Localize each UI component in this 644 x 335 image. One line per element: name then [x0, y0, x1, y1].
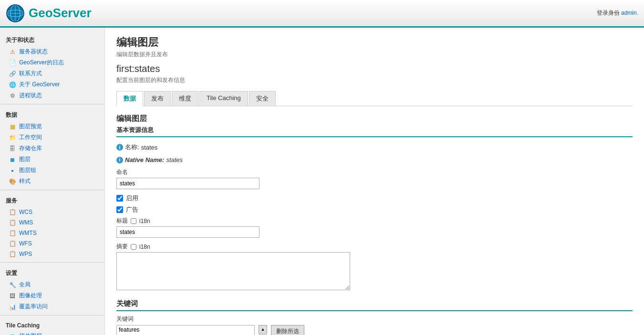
link-icon: 🔗	[9, 70, 16, 78]
sidebar-label-geoserver-log: GeoServer的日志	[19, 59, 64, 67]
keywords-section-title: 关键词	[116, 299, 633, 311]
title-i18n-checkbox[interactable]	[131, 218, 136, 224]
advertised-label: 广告	[126, 205, 138, 214]
tab-tile-caching[interactable]: Tile Caching	[199, 91, 248, 106]
sidebar-section-tile-caching: Tile Caching	[0, 318, 104, 331]
edit-section-title: 编辑图层	[116, 114, 633, 124]
sidebar-label-workspace: 工作空间	[19, 133, 42, 142]
sidebar-label-image-process: 图像处理	[19, 292, 42, 300]
warning-icon: ⚠	[9, 48, 16, 56]
sidebar-label-layer-preview: 图层预览	[19, 122, 42, 131]
keywords-scroll-buttons: ▲ ▼	[259, 325, 267, 335]
enabled-checkbox-row: 启用	[116, 194, 633, 203]
keywords-scroll-up[interactable]: ▲	[259, 325, 267, 334]
enabled-label: 启用	[126, 194, 138, 203]
logo-area[interactable]: GeoServer	[6, 4, 92, 23]
alias-input[interactable]	[116, 178, 260, 189]
globe-small-icon: 🌐	[9, 81, 16, 89]
sidebar-label-wmts: WMTS	[19, 230, 37, 236]
wcs-icon: 📋	[9, 208, 16, 216]
remove-selected-button[interactable]: 删除所选	[271, 325, 304, 335]
native-name-field-row: i Native Name: states	[116, 156, 633, 163]
sidebar-label-wms: WMS	[19, 219, 33, 226]
keywords-label: 关键词	[116, 315, 633, 323]
wmts-icon: 📋	[9, 229, 16, 237]
sidebar-item-contact[interactable]: 🔗 联系方式	[0, 68, 104, 79]
main-layout: 关于和状态 ⚠ 服务器状态 📄 GeoServer的日志 🔗 联系方式 🌐 关于…	[0, 28, 644, 335]
db-icon: 🗄	[9, 145, 16, 152]
sidebar-item-wms[interactable]: 📋 WMS	[0, 217, 104, 228]
sidebar-section-data: 数据	[0, 107, 104, 121]
abstract-field-row: 摘要 i18n	[116, 243, 633, 292]
tile-layers-icon: ⊞	[9, 333, 16, 335]
page-subtitle: 编辑层数据并且发布	[116, 51, 633, 59]
user-name-link[interactable]: admin.	[621, 10, 638, 16]
enabled-checkbox[interactable]	[116, 195, 123, 202]
sidebar-item-workspace[interactable]: 📁 工作空间	[0, 132, 104, 143]
keywords-area: features states ▲ ▼ 删除所选	[116, 325, 633, 335]
sidebar-item-image-process[interactable]: 🖼 图像处理	[0, 290, 104, 301]
tab-dimensions[interactable]: 维度	[172, 91, 198, 106]
name-value: states	[141, 144, 158, 151]
global-icon: 🔧	[9, 281, 16, 289]
sidebar-label-coverage-access: 覆盖率访问	[19, 303, 48, 311]
app-header: GeoServer 登录身份 admin.	[0, 0, 644, 28]
sidebar-label-layers: 图层	[19, 155, 31, 163]
sidebar-label-wps: WPS	[19, 251, 32, 257]
keyword-features[interactable]: features	[117, 325, 254, 334]
gear-icon: ⚙	[9, 92, 16, 100]
sidebar: 关于和状态 ⚠ 服务器状态 📄 GeoServer的日志 🔗 联系方式 🌐 关于…	[0, 28, 105, 335]
app-name: GeoServer	[29, 6, 92, 20]
coverage-icon: 📊	[9, 303, 16, 311]
abstract-label-row: 摘要 i18n	[116, 243, 633, 251]
sidebar-section-about: 关于和状态	[0, 32, 104, 46]
sidebar-item-wfs[interactable]: 📋 WFS	[0, 238, 104, 249]
sidebar-section-settings: 设置	[0, 265, 104, 279]
sidebar-label-about: 关于 GeoServer	[19, 81, 60, 89]
style-icon: 🎨	[9, 178, 16, 185]
sidebar-label-tile-layers: 切片图层	[19, 332, 42, 335]
sidebar-item-styles[interactable]: 🎨 样式	[0, 176, 104, 187]
native-name-value: states	[166, 156, 183, 163]
wms-icon: 📋	[9, 219, 16, 226]
tab-security[interactable]: 安全	[249, 91, 276, 106]
advertised-checkbox[interactable]	[116, 206, 123, 213]
sidebar-label-styles: 样式	[19, 177, 31, 185]
abstract-i18n-label: i18n	[139, 244, 150, 250]
keywords-listbox[interactable]: features states	[116, 325, 255, 335]
sidebar-item-tile-layers[interactable]: ⊞ 切片图层	[0, 331, 104, 335]
sidebar-label-contact: 联系方式	[19, 70, 42, 78]
sidebar-item-wcs[interactable]: 📋 WCS	[0, 207, 104, 217]
advertised-checkbox-row: 广告	[116, 205, 633, 214]
sidebar-item-server-status[interactable]: ⚠ 服务器状态	[0, 46, 104, 57]
sidebar-item-wmts[interactable]: 📋 WMTS	[0, 228, 104, 238]
layer-icon: ◼	[9, 156, 16, 163]
abstract-textarea[interactable]	[116, 252, 350, 290]
sidebar-item-coverage-access[interactable]: 📊 覆盖率访问	[0, 301, 104, 312]
group-icon: ▪	[9, 167, 16, 174]
tab-data[interactable]: 数据	[116, 91, 143, 106]
logo-globe-icon	[6, 4, 25, 23]
user-info: 登录身份 admin.	[597, 9, 638, 17]
sidebar-item-store[interactable]: 🗄 存储仓库	[0, 143, 104, 154]
basic-info-title: 基本资源信息	[116, 126, 633, 137]
native-name-info: i Native Name: states	[116, 156, 633, 163]
tab-publish[interactable]: 发布	[144, 91, 171, 106]
sidebar-item-process-status[interactable]: ⚙ 进程状态	[0, 90, 104, 101]
name-info: i 名称: states	[116, 143, 633, 152]
title-input[interactable]	[116, 226, 260, 238]
image-process-icon: 🖼	[9, 292, 16, 300]
sidebar-item-layer-preview[interactable]: ▦ 图层预览	[0, 121, 104, 132]
abstract-i18n-checkbox[interactable]	[131, 244, 136, 250]
sidebar-item-global[interactable]: 🔧 全局	[0, 279, 104, 290]
sidebar-label-store: 存储仓库	[19, 144, 42, 152]
sidebar-item-wps[interactable]: 📋 WPS	[0, 249, 104, 259]
sidebar-label-global: 全局	[19, 281, 31, 289]
sidebar-item-geoserver-log[interactable]: 📄 GeoServer的日志	[0, 57, 104, 68]
name-field-row: i 名称: states	[116, 143, 633, 152]
main-content: 编辑图层 编辑层数据并且发布 first:states 配置当前图层的和发布信息…	[105, 28, 644, 335]
sidebar-item-layer-group[interactable]: ▪ 图层组	[0, 165, 104, 176]
sidebar-item-about[interactable]: 🌐 关于 GeoServer	[0, 79, 104, 90]
sidebar-item-layers[interactable]: ◼ 图层	[0, 154, 104, 165]
alias-field-row: 命名	[116, 168, 633, 189]
